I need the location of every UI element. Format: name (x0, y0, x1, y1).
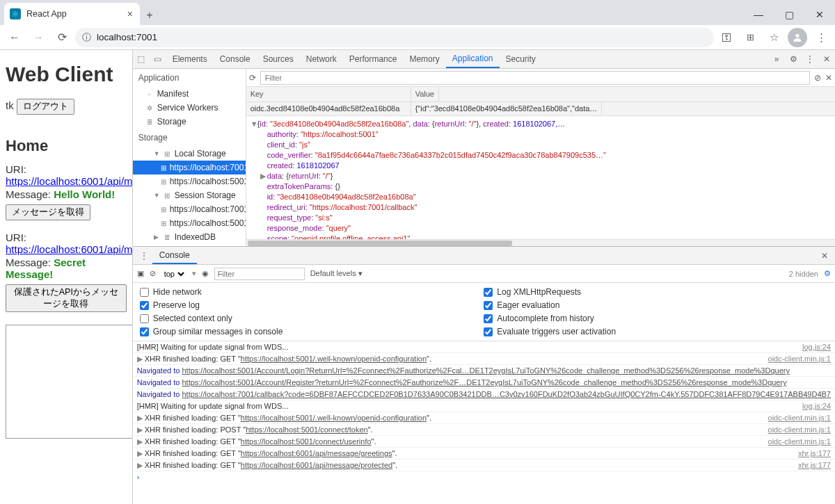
sidebar-indexeddb[interactable]: ▶≣IndexedDB (133, 230, 246, 244)
devtools-panel: ⬚ ▭ Elements Console Sources Network Per… (132, 50, 835, 504)
console-filter-input[interactable] (214, 268, 305, 280)
storage-detail: ▼{id: "3ecd84108e0b4904ad8c58f2ea16b08a"… (246, 116, 835, 239)
logout-button[interactable]: ログアウト (17, 99, 74, 115)
sidebar-ls-7001[interactable]: ⊞https://localhost:7001 (133, 161, 246, 174)
opt-hide-network[interactable]: Hide network (140, 287, 484, 297)
drawer-menu-icon[interactable]: ⋮ (136, 251, 152, 261)
opt-log-xhr[interactable]: Log XMLHttpRequests (484, 287, 828, 297)
col-value[interactable]: Value (411, 87, 439, 101)
table-icon: ⊞ (161, 164, 166, 172)
minimize-icon[interactable]: — (743, 4, 774, 25)
clear-console-icon[interactable]: ⊘ (150, 269, 156, 278)
storage-key: oidc.3ecd84108e0b4904ad8c58f2ea16b08a (246, 102, 411, 115)
sidebar-session-storage[interactable]: ▼⊞Session Storage (133, 188, 246, 202)
browser-tab[interactable]: ⚛ React App × (4, 3, 140, 25)
storage-toolbar: ⟳ ⊘ ✕ (246, 69, 835, 87)
uri-label: URI: (6, 231, 26, 243)
reload-button[interactable]: ⟳ (51, 27, 72, 48)
get-protected-button[interactable]: 保護されたAPIからメッセージを取得 (6, 284, 127, 312)
opt-selected-context[interactable]: Selected context only (140, 314, 484, 323)
inspect-icon[interactable]: ⬚ (133, 54, 150, 64)
sidebar-local-storage[interactable]: ▼⊞Local Storage (133, 147, 246, 161)
refresh-icon[interactable]: ⟳ (249, 73, 256, 83)
sidebar-storage[interactable]: ≣Storage (133, 115, 246, 129)
msg-label: Message: (6, 188, 54, 200)
close-devtools-icon[interactable]: ✕ (818, 54, 835, 64)
tab-application[interactable]: Application (446, 50, 500, 68)
greetings-message: Hello World! (54, 188, 115, 200)
address-bar[interactable]: ⓘ localhost:7001 (75, 28, 714, 47)
devtools-tabs: ⬚ ▭ Elements Console Sources Network Per… (133, 50, 835, 69)
application-sidebar: Application ▫Manifest ✲Service Workers ≣… (133, 69, 246, 246)
protected-link[interactable]: https://localhost:6001/api/message/prote… (6, 243, 132, 255)
bookmark-icon[interactable]: ☆ (764, 28, 784, 47)
site-info-icon[interactable]: ⓘ (82, 31, 91, 44)
window-controls: — ▢ ✕ (743, 4, 835, 25)
greetings-link[interactable]: https://localhost:6001/api/message/greet… (6, 175, 132, 187)
tab-sources[interactable]: Sources (257, 50, 300, 68)
sidebar-manifest[interactable]: ▫Manifest (133, 87, 246, 101)
sidebar-ss-7001[interactable]: ⊞https://localhost:7001 (133, 202, 246, 216)
storage-row[interactable]: oidc.3ecd84108e0b4904ad8c58f2ea16b08a {"… (246, 102, 835, 116)
db-icon: ≣ (145, 118, 154, 126)
tab-security[interactable]: Security (500, 50, 542, 68)
opt-autocomplete[interactable]: Autocomplete from history (484, 314, 828, 323)
table-icon: ⊞ (163, 150, 171, 158)
col-key[interactable]: Key (246, 87, 411, 101)
output-textarea[interactable] (6, 325, 132, 439)
device-icon[interactable]: ▭ (150, 54, 166, 64)
opt-group-similar[interactable]: Group similar messages in console (140, 327, 484, 336)
console-log[interactable]: [HMR] Waiting for update signal from WDS… (133, 341, 835, 504)
devtools-menu-icon[interactable]: ⋮ (802, 54, 818, 64)
tab-memory[interactable]: Memory (403, 50, 445, 68)
close-tab-icon[interactable]: × (127, 8, 133, 19)
show-sidebar-icon[interactable]: ▣ (137, 269, 144, 278)
back-button[interactable]: ← (4, 27, 25, 48)
tab-network[interactable]: Network (300, 50, 343, 68)
live-expr-icon[interactable]: ◉ (202, 269, 209, 278)
console-tab[interactable]: Console (152, 247, 197, 264)
storage-value: {"id":"3ecd84108e0b4904ad8c58f2ea16b08a"… (411, 102, 603, 115)
table-icon: ⊞ (161, 206, 166, 213)
storage-filter-input[interactable] (260, 71, 810, 85)
more-tabs-icon[interactable]: » (768, 54, 785, 64)
tab-elements[interactable]: Elements (166, 50, 214, 68)
opt-preserve-log[interactable]: Preserve log (140, 300, 484, 310)
translate-icon[interactable]: ⊞ (740, 28, 760, 47)
opt-eager-eval[interactable]: Eager evaluation (484, 300, 828, 310)
sidebar-ss-5001[interactable]: ⊞https://localhost:5001 (133, 216, 246, 230)
tab-console[interactable]: Console (214, 50, 257, 68)
sidebar-hdr-storage: Storage (133, 129, 246, 147)
window-titlebar: ⚛ React App × + — ▢ ✕ (0, 0, 835, 25)
maximize-icon[interactable]: ▢ (774, 4, 804, 25)
clear-icon[interactable]: ⊘ (814, 73, 821, 83)
log-levels[interactable]: Default levels ▾ (310, 269, 363, 278)
menu-icon[interactable]: ⋮ (811, 28, 831, 47)
table-icon: ⊞ (161, 178, 166, 186)
opt-eval-triggers[interactable]: Evaluate triggers user activation (484, 327, 828, 336)
horizontal-scrollbar[interactable] (246, 239, 835, 246)
profile-avatar[interactable] (788, 28, 807, 47)
console-settings-icon[interactable]: ⚙ (824, 269, 831, 278)
uri-label: URI: (6, 163, 26, 175)
hidden-count[interactable]: 2 hidden (789, 270, 818, 278)
new-tab-button[interactable]: + (140, 6, 159, 25)
sidebar-hdr-app: Application (133, 69, 246, 87)
key-icon[interactable]: ⚿ (717, 28, 736, 47)
user-prefix: tk (6, 99, 14, 111)
get-message-button[interactable]: メッセージを取得 (6, 204, 90, 220)
page-title: Web Client (6, 63, 127, 86)
tab-performance[interactable]: Performance (343, 50, 404, 68)
url-bar: ← → ⟳ ⓘ localhost:7001 ⚿ ⊞ ☆ ⋮ (0, 25, 835, 50)
delete-icon[interactable]: ✕ (825, 73, 832, 83)
close-window-icon[interactable]: ✕ (804, 4, 835, 25)
url-text: localhost:7001 (97, 32, 157, 42)
sidebar-ls-5001[interactable]: ⊞https://localhost:5001 (133, 174, 246, 188)
page-content: Web Client tk ログアウト Home URI: https://lo… (0, 50, 132, 504)
settings-icon[interactable]: ⚙ (785, 54, 802, 64)
close-drawer-icon[interactable]: ✕ (817, 251, 832, 261)
sidebar-service-workers[interactable]: ✲Service Workers (133, 101, 246, 115)
console-settings: Hide network Log XMLHttpRequests Preserv… (133, 283, 835, 341)
table-icon: ⊞ (163, 192, 171, 200)
context-select[interactable]: top (161, 269, 186, 279)
